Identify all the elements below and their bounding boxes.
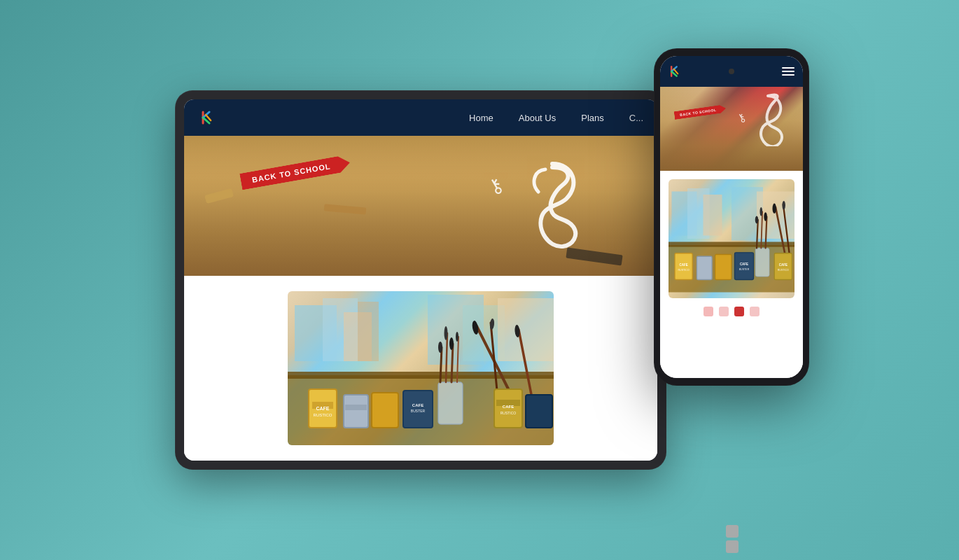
svg-point-26 xyxy=(449,337,454,350)
nav-home[interactable]: Home xyxy=(469,113,493,123)
phone-logo xyxy=(668,64,682,78)
svg-rect-14 xyxy=(344,395,368,428)
phone-hero-bg: BACK TO SCHOOL ⚷ xyxy=(660,87,803,171)
svg-text:RUSTICO: RUSTICO xyxy=(314,413,332,417)
svg-rect-4 xyxy=(358,302,379,361)
svg-point-62 xyxy=(764,212,767,221)
tablet-device: Home About Us Plans C... BACK TO SCHOOL xyxy=(176,91,666,469)
svg-point-24 xyxy=(444,326,448,340)
logo-icon xyxy=(198,108,218,127)
svg-rect-51 xyxy=(697,256,713,279)
svg-point-60 xyxy=(760,207,763,216)
svg-text:CAFE: CAFE xyxy=(412,403,424,407)
phone-art-image: CAFE RUSTICO CAFE BUSTER xyxy=(668,179,794,298)
camera-notch xyxy=(729,69,734,74)
phone-navbar xyxy=(660,56,803,87)
svg-rect-15 xyxy=(345,405,367,410)
carousel-dot-1[interactable] xyxy=(704,307,713,316)
svg-rect-52 xyxy=(715,255,732,280)
tablet-nav-links: Home About Us Plans C... xyxy=(469,113,643,123)
svg-rect-16 xyxy=(372,393,398,428)
nav-more[interactable]: C... xyxy=(629,113,643,123)
svg-point-58 xyxy=(755,216,759,224)
carousel-dot-2[interactable] xyxy=(719,307,729,316)
tablet-main-content: CAFE RUSTICO CAFE BUSTER xyxy=(184,276,657,461)
hamburger-line-2 xyxy=(782,71,794,72)
svg-rect-39 xyxy=(526,395,552,428)
phone-content: CAFE RUSTICO CAFE BUSTER xyxy=(660,171,803,378)
svg-text:RUSTICO: RUSTICO xyxy=(778,269,789,272)
phone-device: BACK TO SCHOOL ⚷ xyxy=(654,49,808,385)
svg-rect-7 xyxy=(498,298,554,361)
deco-sq-2 xyxy=(726,540,738,553)
deco-sq-1 xyxy=(726,525,738,538)
hamburger-line-3 xyxy=(782,74,794,76)
nav-about[interactable]: About Us xyxy=(519,113,556,123)
svg-rect-20 xyxy=(438,382,463,424)
carousel-dot-3[interactable] xyxy=(734,307,744,316)
decorative-squares xyxy=(726,525,738,553)
brushes-svg: CAFE RUSTICO CAFE BUSTER xyxy=(288,291,554,445)
phone-swirl xyxy=(747,90,789,146)
svg-rect-9 xyxy=(288,372,554,379)
svg-text:CAFE: CAFE xyxy=(679,263,687,267)
carousel-dot-4[interactable] xyxy=(750,307,760,316)
tablet-logo xyxy=(198,108,218,127)
svg-text:BUSTER: BUSTER xyxy=(739,268,750,271)
phone-hero: BACK TO SCHOOL ⚷ xyxy=(660,87,803,171)
svg-text:CAFE: CAFE xyxy=(316,406,329,411)
phone-logo-icon xyxy=(668,64,682,78)
tablet-navbar: Home About Us Plans C... xyxy=(184,99,657,136)
svg-text:BUSTER: BUSTER xyxy=(411,409,426,413)
carousel-dots xyxy=(704,307,760,316)
phone-screen: BACK TO SCHOOL ⚷ xyxy=(660,56,803,378)
svg-point-64 xyxy=(773,204,776,214)
svg-text:CAFE: CAFE xyxy=(503,405,514,409)
hamburger-button[interactable] xyxy=(782,67,794,76)
scene: Home About Us Plans C... BACK TO SCHOOL xyxy=(164,28,794,532)
svg-rect-56 xyxy=(755,248,769,277)
svg-text:RUSTICO: RUSTICO xyxy=(678,269,690,272)
svg-rect-53 xyxy=(735,253,754,280)
svg-text:CAFE: CAFE xyxy=(740,262,748,266)
art-image: CAFE RUSTICO CAFE BUSTER xyxy=(288,291,554,445)
svg-point-22 xyxy=(438,342,442,353)
hero-swirl xyxy=(517,157,587,255)
phone-brushes-svg: CAFE RUSTICO CAFE BUSTER xyxy=(668,179,794,298)
tablet-hero: BACK TO SCHOOL ⚷ xyxy=(184,136,657,276)
tablet-screen: Home About Us Plans C... BACK TO SCHOOL xyxy=(184,99,657,461)
svg-rect-47 xyxy=(668,242,794,247)
svg-text:CAFE: CAFE xyxy=(779,263,788,267)
hamburger-line-1 xyxy=(782,67,794,69)
svg-point-66 xyxy=(782,201,785,210)
svg-rect-43 xyxy=(704,195,722,236)
svg-point-28 xyxy=(456,332,458,342)
svg-text:RUSTICO: RUSTICO xyxy=(500,411,517,415)
nav-plans[interactable]: Plans xyxy=(581,113,604,123)
